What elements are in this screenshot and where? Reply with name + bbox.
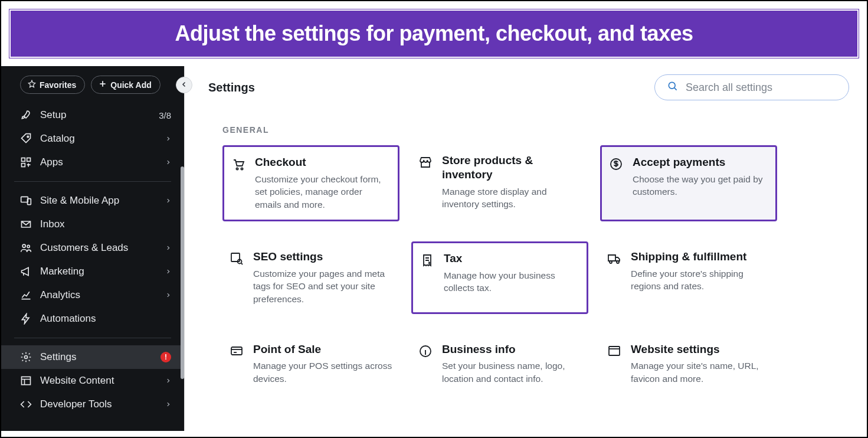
card-title: Accept payments — [633, 155, 768, 169]
card-title: Point of Sale — [253, 342, 392, 357]
card-shipping[interactable]: Shipping & fulfillment Define your store… — [600, 241, 777, 314]
page-title: Settings — [208, 81, 255, 94]
setup-progress-badge: 3/8 — [159, 110, 171, 120]
sidebar-item-settings[interactable]: Settings ! — [1, 345, 184, 369]
chevron-right-icon — [165, 398, 171, 410]
chevron-right-icon — [165, 156, 171, 168]
sidebar-label: Settings — [40, 351, 152, 363]
storefront-icon — [418, 155, 434, 170]
gear-icon — [20, 351, 32, 363]
card-desc: Manage your site's name, URL, favicon an… — [631, 359, 770, 385]
sidebar-scrollbar[interactable] — [181, 166, 184, 379]
card-website-settings[interactable]: Website settings Manage your site's name… — [600, 334, 777, 394]
tag-icon — [20, 133, 32, 145]
devices-icon — [20, 195, 32, 207]
svg-point-12 — [241, 168, 243, 169]
svg-point-8 — [25, 356, 28, 359]
section-general-label: GENERAL — [222, 125, 843, 135]
main-panel: Settings GENERAL Checkout Customize your… — [184, 66, 867, 431]
svg-rect-20 — [609, 347, 620, 355]
cart-icon — [231, 156, 247, 172]
chevron-right-icon — [165, 289, 171, 301]
sidebar-collapse-button[interactable] — [176, 77, 192, 93]
svg-point-6 — [22, 244, 25, 247]
card-title: Tax — [444, 251, 579, 266]
card-store-products[interactable]: Store products & inventory Manage store … — [411, 145, 588, 221]
svg-rect-1 — [22, 158, 25, 162]
megaphone-icon — [20, 266, 32, 277]
sidebar-item-customers[interactable]: Customers & Leads — [1, 236, 184, 260]
card-seo-settings[interactable]: SEO settings Customize your pages and me… — [222, 241, 399, 314]
sidebar-item-setup[interactable]: Setup 3/8 — [1, 103, 184, 127]
browser-icon — [607, 344, 623, 359]
card-title: Business info — [442, 342, 581, 357]
sidebar: Favorites Quick Add Setup 3/8 Catalog Ap… — [1, 66, 184, 431]
app-frame: Favorites Quick Add Setup 3/8 Catalog Ap… — [1, 66, 867, 431]
sidebar-label: Catalog — [40, 133, 157, 145]
sidebar-label: Site & Mobile App — [40, 195, 157, 207]
sidebar-item-apps[interactable]: Apps — [1, 151, 184, 174]
star-icon — [28, 80, 36, 90]
sidebar-label: Customers & Leads — [40, 242, 157, 254]
search-page-icon — [230, 251, 245, 266]
card-desc: Define your store's shipping regions and… — [631, 267, 770, 293]
search-icon — [667, 80, 679, 94]
card-title: Checkout — [255, 155, 391, 169]
search-settings[interactable] — [654, 74, 849, 100]
card-desc: Manage store display and inventory setti… — [442, 185, 581, 211]
truck-icon — [607, 251, 623, 266]
sidebar-label: Automations — [40, 313, 171, 325]
dollar-circle-icon — [609, 156, 624, 172]
sidebar-item-site-mobile[interactable]: Site & Mobile App — [1, 189, 184, 213]
sidebar-item-website-content[interactable]: Website Content — [1, 369, 184, 393]
plus-icon — [99, 80, 107, 90]
chevron-right-icon — [165, 133, 171, 145]
apps-icon — [20, 156, 32, 168]
receipt-icon — [420, 253, 435, 268]
code-icon — [20, 398, 32, 410]
card-title: SEO settings — [253, 250, 392, 264]
quick-add-button[interactable]: Quick Add — [91, 76, 161, 94]
search-input[interactable] — [686, 81, 837, 94]
card-reader-icon — [230, 344, 245, 359]
card-business-info[interactable]: Business info Set your business name, lo… — [411, 334, 588, 394]
card-point-of-sale[interactable]: Point of Sale Manage your POS settings a… — [222, 334, 399, 394]
svg-point-16 — [610, 261, 612, 263]
sidebar-label: Setup — [40, 109, 150, 121]
chevron-right-icon — [165, 242, 171, 254]
people-icon — [20, 242, 32, 254]
info-icon — [418, 344, 434, 359]
card-desc: Set your business name, logo, location a… — [442, 359, 581, 385]
card-tax[interactable]: Tax Manage how your business collects ta… — [411, 241, 588, 314]
sidebar-item-developer-tools[interactable]: Developer Tools — [1, 393, 184, 416]
svg-point-17 — [617, 261, 619, 263]
divider — [14, 181, 171, 182]
svg-point-7 — [27, 245, 30, 247]
card-checkout[interactable]: Checkout Customize your checkout form, s… — [222, 145, 399, 221]
quick-add-label: Quick Add — [110, 80, 152, 90]
card-desc: Manage how your business collects tax. — [444, 269, 579, 295]
favorites-label: Favorites — [40, 80, 76, 90]
svg-rect-9 — [22, 377, 31, 384]
sidebar-item-automations[interactable]: Automations — [1, 307, 184, 331]
card-title: Website settings — [631, 342, 770, 357]
layout-icon — [20, 375, 32, 387]
chevron-right-icon — [165, 195, 171, 207]
svg-point-0 — [27, 136, 29, 138]
sidebar-item-marketing[interactable]: Marketing — [1, 260, 184, 283]
favorites-button[interactable]: Favorites — [20, 76, 85, 94]
inbox-icon — [20, 218, 32, 230]
chevron-right-icon — [165, 266, 171, 277]
svg-rect-2 — [27, 158, 31, 162]
card-desc: Choose the way you get paid by customers… — [633, 173, 768, 198]
sidebar-item-inbox[interactable]: Inbox — [1, 213, 184, 236]
sidebar-label: Developer Tools — [40, 398, 157, 410]
card-desc: Customize your checkout form, set polici… — [255, 173, 391, 211]
sidebar-item-analytics[interactable]: Analytics — [1, 283, 184, 307]
card-accept-payments[interactable]: Accept payments Choose the way you get p… — [600, 145, 777, 221]
svg-rect-3 — [22, 164, 25, 167]
sidebar-item-catalog[interactable]: Catalog — [1, 127, 184, 151]
chevron-right-icon — [165, 375, 171, 387]
card-title: Store products & inventory — [442, 153, 581, 182]
svg-rect-4 — [21, 197, 28, 202]
